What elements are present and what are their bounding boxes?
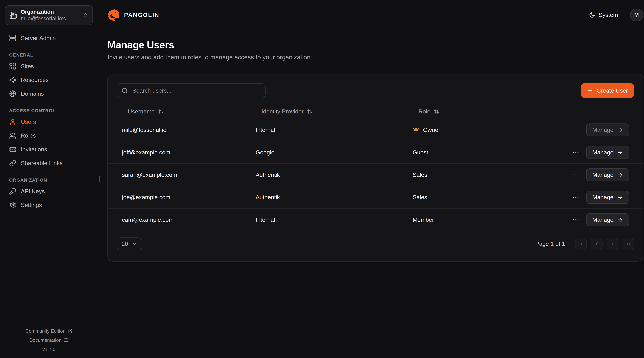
last-page-button[interactable] [622, 238, 634, 250]
avatar[interactable]: M [630, 9, 643, 22]
manage-button: Manage [586, 124, 629, 136]
create-user-button[interactable]: Create User [581, 83, 634, 98]
cell-identity-provider: Internal [256, 208, 413, 231]
table-row: cam@example.com Internal Member Manage [108, 208, 642, 231]
first-page-button[interactable] [575, 238, 587, 250]
theme-selector-button[interactable]: System [586, 11, 620, 19]
table-row: jeff@example.com Google Guest Manage [108, 141, 642, 164]
manage-button[interactable]: Manage [586, 146, 629, 159]
page-indicator: Page 1 of 1 [535, 240, 565, 247]
manage-button[interactable]: Manage [586, 168, 629, 181]
create-user-label: Create User [596, 87, 628, 94]
sidebar-item-api-keys[interactable]: API Keys [5, 184, 93, 198]
row-menu-button[interactable] [571, 214, 581, 225]
arrow-right-icon [617, 127, 623, 133]
sort-role-header[interactable]: Role [418, 108, 439, 115]
sort-identity-provider-header[interactable]: Identity Provider [262, 108, 312, 115]
cell-role: Member [413, 208, 538, 231]
cell-username: cam@example.com [108, 208, 256, 231]
cell-role: Sales [413, 164, 538, 186]
sidebar-item-label: API Keys [21, 188, 45, 195]
search-box [116, 83, 266, 98]
actions-header [538, 104, 642, 119]
cell-identity-provider: Internal [256, 119, 413, 141]
sidebar-item-label: Sites [21, 63, 34, 70]
book-open-icon [64, 338, 69, 343]
manage-label: Manage [592, 216, 614, 223]
sites-icon [9, 63, 16, 70]
sidebar-resize-handle[interactable] [99, 176, 100, 182]
column-label: Role [418, 108, 430, 115]
page-size-select[interactable]: 20 [116, 238, 142, 250]
sort-icon [158, 109, 164, 114]
cell-role: Guest [413, 141, 538, 164]
sidebar-item-label: Domains [21, 90, 44, 97]
row-menu-button[interactable] [571, 170, 581, 180]
users-card: Create User Username Identity Provider R… [108, 74, 643, 262]
sidebar-item-label: Server Admin [21, 35, 56, 42]
theme-label: System [598, 12, 618, 18]
chevrons-up-down-icon [82, 12, 88, 18]
manage-label: Manage [592, 149, 614, 156]
community-edition-link[interactable]: Community Edition [25, 326, 73, 336]
sidebar-item-sites[interactable]: Sites [5, 59, 93, 73]
users-icon [9, 132, 16, 139]
org-selector-label: Organization [21, 8, 79, 15]
row-menu-button[interactable] [571, 147, 581, 158]
ellipsis-icon [572, 194, 580, 201]
version-label: v1.7.0 [0, 345, 98, 354]
search-input[interactable] [132, 87, 261, 94]
next-page-button[interactable] [607, 238, 618, 250]
server-icon [9, 34, 16, 42]
globe-icon [9, 90, 16, 97]
arrow-right-icon [617, 194, 623, 200]
sidebar-item-server-admin[interactable]: Server Admin [5, 31, 93, 45]
sort-icon [434, 109, 439, 114]
column-label: Username [128, 108, 155, 115]
arrow-right-icon [617, 150, 623, 155]
column-label: Identity Provider [262, 108, 304, 115]
sidebar-item-settings[interactable]: Settings [5, 198, 93, 212]
brand[interactable]: PANGOLIN [108, 9, 160, 21]
sidebar-item-label: Users [21, 118, 36, 125]
page-header: Manage Users Invite users and add them t… [108, 39, 643, 61]
sidebar-item-domains[interactable]: Domains [5, 87, 93, 101]
sidebar-item-users[interactable]: Users [5, 115, 93, 129]
arrow-right-icon [617, 217, 623, 223]
users-table: Username Identity Provider Role milo@fos… [108, 104, 642, 231]
arrow-right-icon [617, 172, 623, 178]
search-icon [122, 88, 128, 94]
org-selector[interactable]: Organization milo@fossorial.io's ... [5, 6, 93, 25]
cell-identity-provider: Authentik [256, 164, 413, 186]
sidebar-item-label: Shareable Links [21, 160, 63, 166]
sort-icon [307, 109, 312, 114]
page-subtitle: Invite users and add them to roles to ma… [108, 54, 643, 61]
sidebar-item-resources[interactable]: Resources [5, 73, 93, 87]
cell-role: Sales [413, 186, 538, 208]
manage-label: Manage [592, 126, 614, 133]
row-menu-button[interactable] [571, 192, 581, 202]
community-edition-label: Community Edition [25, 326, 66, 336]
cell-username: joe@example.com [108, 186, 256, 208]
ellipsis-icon [572, 149, 580, 156]
manage-button[interactable]: Manage [586, 214, 629, 226]
ellipsis-icon [572, 172, 580, 178]
manage-label: Manage [592, 172, 614, 178]
org-selector-text: Organization milo@fossorial.io's ... [21, 8, 79, 22]
topbar-right: System M [586, 9, 643, 22]
cell-username: jeff@example.com [108, 141, 256, 164]
previous-page-button[interactable] [591, 238, 603, 250]
sidebar-nav: Server Admin GENERAL Sites Resources Dom… [5, 31, 93, 212]
manage-button[interactable]: Manage [586, 191, 629, 204]
table-row: milo@fossorial.io Internal Owner Manage [108, 119, 642, 141]
table-header-row: Username Identity Provider Role [108, 104, 642, 119]
chevron-down-icon [132, 241, 137, 246]
link-icon [9, 160, 16, 167]
sort-username-header[interactable]: Username [128, 108, 164, 115]
sidebar-item-label: Invitations [21, 146, 47, 153]
sidebar-item-invitations[interactable]: Invitations [5, 142, 93, 156]
documentation-link[interactable]: Documentation [29, 336, 69, 345]
sidebar-item-shareable-links[interactable]: Shareable Links [5, 156, 93, 170]
sidebar-item-roles[interactable]: Roles [5, 129, 93, 142]
brand-name: PANGOLIN [124, 12, 159, 18]
